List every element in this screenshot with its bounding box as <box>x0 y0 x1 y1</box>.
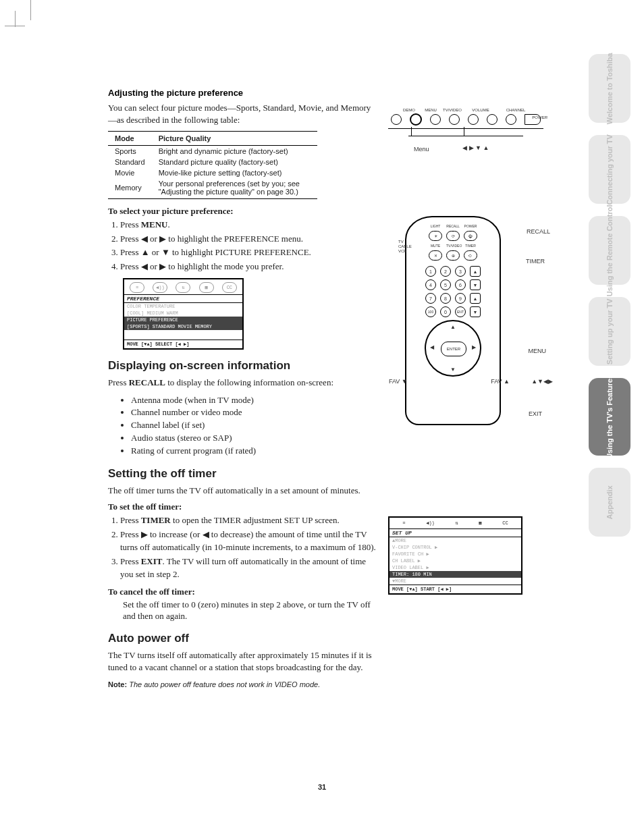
callout-recall: RECALL <box>527 228 550 235</box>
mute-button[interactable]: ✕ <box>429 250 442 261</box>
menu-icon: ◀)) <box>153 282 167 293</box>
key-0[interactable]: 0 <box>440 306 451 317</box>
note-label: Note: <box>108 680 127 688</box>
quality-cell: Movie-like picture setting (factory-set) <box>152 167 317 178</box>
key-8[interactable]: 8 <box>440 293 451 304</box>
vol-up[interactable]: ▲ <box>470 293 481 304</box>
tab-label: Connecting your TV <box>606 134 614 205</box>
key-ent[interactable]: ENT <box>455 306 466 317</box>
vol-down-button[interactable] <box>449 114 460 125</box>
text: Press <box>108 377 129 387</box>
mode-cell: Movie <box>108 167 152 178</box>
tvvideo-button[interactable] <box>430 114 441 125</box>
tab-connecting[interactable]: Connecting your TV <box>589 135 630 204</box>
select-preference-head: To select your picture preference: <box>108 206 378 217</box>
auto-off-note: Note: The auto power off feature does no… <box>108 680 378 688</box>
dpad-up[interactable]: ▲ <box>450 324 456 330</box>
tab-remote[interactable]: Using the Remote Control <box>589 216 630 285</box>
menu-row-selected: PICTURE PREFERENCE <box>124 317 242 323</box>
key-2[interactable]: 2 <box>440 266 451 277</box>
btn-label: TV/VIDEO <box>446 244 460 248</box>
menu-button[interactable] <box>410 113 422 126</box>
step: Press ▲ or ▼ to highlight PICTURE PREFER… <box>120 246 378 259</box>
key-1[interactable]: 1 <box>425 266 436 277</box>
menu-icon: ▦ <box>479 520 481 526</box>
step: Press ◀ or ▶ to highlight the mode you p… <box>120 260 378 273</box>
vol-up-button[interactable] <box>468 114 479 125</box>
key-5[interactable]: 5 <box>440 279 451 290</box>
ch-down[interactable]: ▼ <box>470 279 481 290</box>
menu-icon: ⇅ <box>455 520 458 526</box>
key-7[interactable]: 7 <box>425 293 436 304</box>
off-timer-intro: The off timer turns the TV off automatic… <box>108 485 378 497</box>
menu-icon: ◀)) <box>426 520 435 526</box>
menu-icon: ≡ <box>130 282 144 293</box>
menu-row: VIDEO LABEL ▶ <box>390 564 521 571</box>
tab-setup[interactable]: Setting up your TV <box>589 297 630 366</box>
tvvideo-button[interactable]: ⊕ <box>446 250 460 261</box>
btn-label: TIMER <box>464 244 477 248</box>
menu-title: PREFERENCE <box>124 294 242 303</box>
dpad-right[interactable]: ▶ <box>472 344 476 350</box>
display-info-bullets: Antenna mode (when in TV mode) Channel n… <box>108 394 378 458</box>
tab-appendix[interactable]: Appendix <box>589 468 630 537</box>
light-button[interactable]: ☀ <box>429 231 442 241</box>
heading-display-info: Displaying on-screen information <box>108 359 378 373</box>
table-row: MovieMovie-like picture setting (factory… <box>108 167 317 178</box>
btn-label: MUTE <box>429 244 442 248</box>
panel-label: DEMO <box>399 108 419 112</box>
power-button[interactable]: ⏻ <box>464 231 477 241</box>
key-6[interactable]: 6 <box>455 279 466 290</box>
callout-fav-down: FAV ▼ <box>389 378 408 385</box>
dpad-down[interactable]: ▼ <box>450 367 456 373</box>
step: Press MENU. <box>120 218 378 232</box>
key-100[interactable]: 100 <box>425 306 436 317</box>
menu-row: COLOR TEMPERATURE <box>124 303 242 310</box>
ch-up-button[interactable] <box>506 114 516 125</box>
panel-label: TV/VIDEO <box>442 108 462 112</box>
menu-row: ▲MORE <box>390 537 521 544</box>
vol-down[interactable]: ▼ <box>470 306 481 317</box>
ch-down-button[interactable] <box>487 114 498 125</box>
table-row: StandardStandard picture quality (factor… <box>108 157 317 167</box>
tab-features[interactable]: Using the TV's Features <box>589 378 630 456</box>
ch-up[interactable]: ▲ <box>470 266 481 277</box>
menu-row: ▼MORE <box>390 578 521 585</box>
select-preference-steps: Press MENU. Press ◀ or ▶ to highlight th… <box>120 218 378 273</box>
callout-timer: TIMER <box>526 258 545 265</box>
switch-label: VCR <box>398 249 412 254</box>
mode-cell: Standard <box>108 157 152 167</box>
picture-modes-table: Mode Picture Quality SportsBright and dy… <box>108 131 317 199</box>
bullet: Channel number or video mode <box>131 406 378 419</box>
off-timer-steps: Press TIMER to open the TIMER adjustment… <box>120 514 378 581</box>
quality-cell: Your personal preferences (set by you; s… <box>152 178 317 199</box>
page-content: Adjusting the picture preference You can… <box>0 0 644 723</box>
recall-button[interactable]: ⟳ <box>446 231 460 241</box>
menu-row: FAVORITE CH ▶ <box>390 551 521 558</box>
quality-cell: Bright and dynamic picture (factory-set) <box>152 146 317 157</box>
panel-label: MENU <box>421 108 441 112</box>
menu-footer: MOVE [▼▲] START [◀ ▶] <box>390 585 521 593</box>
dpad-left[interactable]: ◀ <box>430 344 434 350</box>
key-9[interactable]: 9 <box>455 293 466 304</box>
panel-label: VOLUME <box>464 108 498 112</box>
text: to display the following information on-… <box>165 377 333 387</box>
key-4[interactable]: 4 <box>425 279 436 290</box>
tab-welcome[interactable]: Welcome to Toshiba <box>589 54 630 123</box>
mode-cell: Sports <box>108 146 152 157</box>
table-row: MemoryYour personal preferences (set by … <box>108 178 317 199</box>
switch-label: TV <box>398 240 412 244</box>
tv-top-panel-figure: DEMO MENU TV/VIDEO VOLUME CHANNEL POWER … <box>388 108 543 162</box>
table-header-quality: Picture Quality <box>152 132 317 146</box>
step: Press ◀ or ▶ to highlight the PREFERENCE… <box>120 232 378 246</box>
timer-button[interactable]: ⏲ <box>464 250 477 261</box>
heading-off-timer: Setting the off timer <box>108 467 378 481</box>
intro-text: You can select four picture modes—Sports… <box>108 102 378 126</box>
demo-button[interactable] <box>391 114 402 125</box>
mode-cell: Memory <box>108 178 152 199</box>
key-3[interactable]: 3 <box>455 266 466 277</box>
tab-label: Setting up your TV <box>606 298 614 364</box>
set-off-timer-head: To set the off timer: <box>108 501 378 512</box>
mode-switch: TV CABLE VCR <box>398 240 412 254</box>
enter-button[interactable]: ENTER <box>441 342 466 356</box>
